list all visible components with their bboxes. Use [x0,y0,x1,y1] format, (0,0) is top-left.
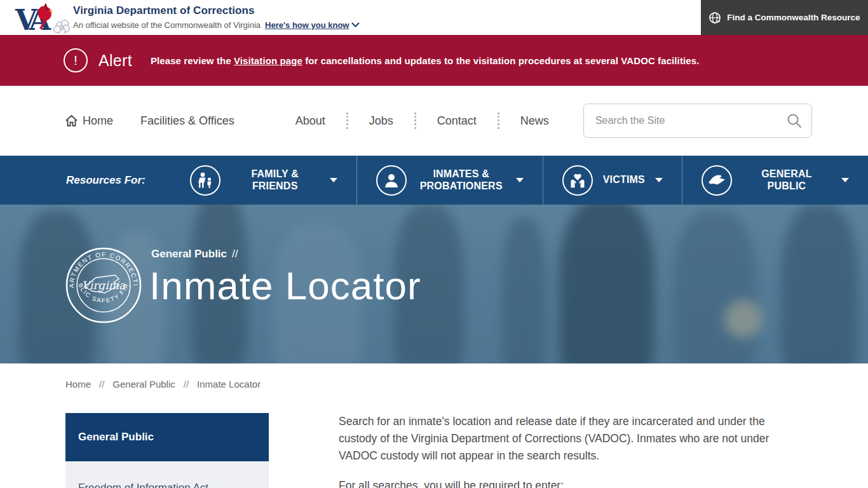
nav-item-about[interactable]: About [295,114,325,128]
nav-separator [346,112,348,129]
alert-banner: ! Alert Please review the Visitation pag… [0,35,868,86]
nav-item-home[interactable]: Home [65,114,113,128]
resources-menu-general-public[interactable]: GENERAL PUBLIC [682,156,868,205]
site-header: VA Virginia Department of Corrections An… [0,0,868,35]
resources-for-label: Resources For: [66,156,146,205]
resources-menu-inmates-probationers[interactable]: INMATES & PROBATIONERS [356,156,543,205]
sidebar-header-general-public[interactable]: General Public [65,413,269,461]
family-friends-icon [190,165,220,196]
search-icon [787,113,802,128]
search-submit-button[interactable] [787,112,803,129]
alert-label: Alert [98,51,132,70]
inmates-probationers-icon [376,165,407,196]
dropdown-caret-icon [516,178,524,182]
vadoc-logo[interactable]: VA [14,2,72,34]
va-cardinal-logo-icon: VA [14,2,72,34]
resources-menu-victims[interactable]: VICTIMS [543,156,682,205]
hero-banner: DEPARTMENT OF CORRECTIONS PUBLIC SAFETY … [0,205,868,363]
site-search-input[interactable] [583,104,812,138]
chevron-down-icon [351,22,360,28]
alert-message: Please review the Visitation page for ca… [151,55,700,66]
victims-heart-hands-icon [562,165,593,196]
breadcrumb-general-public[interactable]: General Public [112,379,175,390]
official-website-text: An official website of the Commonwealth … [73,20,261,30]
virginia-state-icon [702,165,732,196]
nav-item-news[interactable]: News [520,114,549,128]
svg-text:Virginia: Virginia [82,279,126,292]
breadcrumb-inmate-locator: Inmate Locator [197,379,261,390]
home-icon [65,115,78,126]
section-sidebar: General Public Freedom of Information Ac… [65,413,269,488]
intro-paragraph: Search for an inmate's location and rele… [339,413,796,464]
nav-item-jobs[interactable]: Jobs [369,114,393,128]
nav-item-facilities-offices[interactable]: Facilities & Offices [140,114,234,128]
hero-eyebrow[interactable]: General Public// [151,248,238,261]
dropdown-caret-icon [655,178,663,182]
main-content: Search for an inmate's location and rele… [339,413,796,488]
sidebar-item-foia[interactable]: Freedom of Information Act [65,461,269,488]
site-title: Virginia Department of Corrections [73,4,360,17]
resources-for-bar: Resources For: FAMILY & FRIENDS INMATES … [0,156,868,205]
breadcrumb-home[interactable]: Home [65,379,91,390]
breadcrumb: Home // General Public // Inmate Locator [65,379,868,390]
nav-item-contact[interactable]: Contact [437,114,477,128]
alert-exclamation-icon: ! [64,48,88,72]
find-commonwealth-resource-button[interactable]: Find a Commonwealth Resource [701,0,868,35]
nav-separator [414,112,416,129]
nav-separator [498,112,499,129]
page-title: Inmate Locator [149,263,421,308]
globe-icon [709,11,721,24]
vadoc-seal-icon: DEPARTMENT OF CORRECTIONS PUBLIC SAFETY … [65,247,142,323]
requirements-lead: For all searches, you will be required t… [339,477,796,488]
visitation-page-link[interactable]: Visitation page [234,55,302,66]
dropdown-caret-icon [841,178,849,182]
heres-how-you-know-link[interactable]: Here's how you know [265,20,360,30]
main-navigation: Home Facilities & Offices About Jobs Con… [0,86,868,156]
dropdown-caret-icon [330,178,337,182]
resources-menu-family-friends[interactable]: FAMILY & FRIENDS [171,156,356,205]
